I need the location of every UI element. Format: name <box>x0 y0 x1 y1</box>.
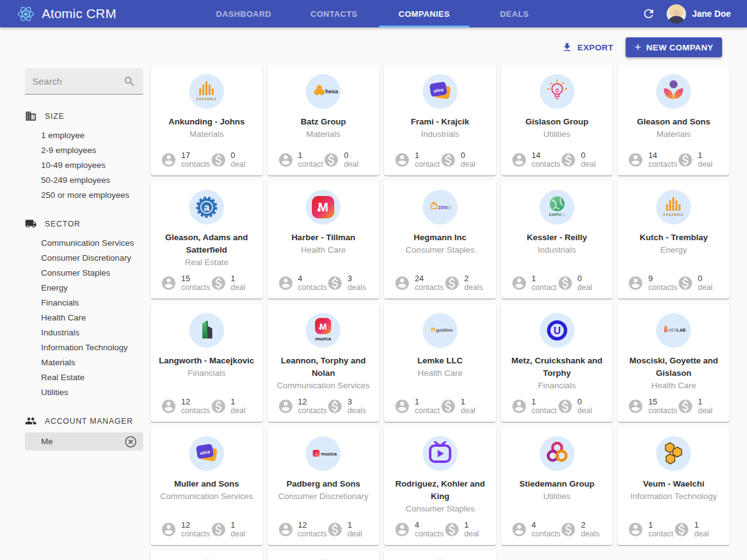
dollar-icon <box>444 521 460 538</box>
svg-text:EARTH2.0: EARTH2.0 <box>549 213 565 217</box>
contacts-label: contact <box>298 160 323 169</box>
sector-filter-consumer-discretionary[interactable]: Consumer Discretionary <box>25 250 143 265</box>
plus-icon: + <box>634 42 641 53</box>
sector-filter-consumer-staples[interactable]: Consumer Staples <box>25 265 143 280</box>
company-card[interactable]: { } <box>268 550 380 560</box>
contacts-count: 4 <box>415 520 444 530</box>
dollar-icon <box>677 398 693 414</box>
company-sector: Real Estate <box>185 256 228 269</box>
company-card[interactable]: atica Muller and Sons Communication Serv… <box>151 427 263 545</box>
company-logo: atica <box>423 74 458 109</box>
contacts-label: contacts <box>648 406 677 416</box>
company-name: Padberg and Sons <box>286 478 360 490</box>
sector-filter-financials[interactable]: Financials <box>25 295 143 310</box>
size-filter-250-or-more-employees[interactable]: 250 or more employees <box>25 187 143 202</box>
company-card[interactable]: Mmuzica Leannon, Torphy and Nolan Commun… <box>268 304 380 422</box>
size-filter-10-49-employees[interactable]: 10-49 employees <box>25 157 143 172</box>
contacts-stat: 15 contacts <box>161 274 210 292</box>
company-name: Muller and Sons <box>174 478 239 490</box>
remove-filter-button[interactable] <box>123 434 138 449</box>
company-card[interactable]: ggoldline Lemke LLC Health Care 1 contac… <box>384 304 496 422</box>
company-card[interactable]: Stiedemann Group Utilities 4 contacts 2 … <box>501 427 613 545</box>
dollar-icon <box>327 398 343 414</box>
deals-label: deals <box>464 283 483 292</box>
company-sector: Utilities <box>543 128 571 141</box>
person-icon <box>627 521 644 538</box>
tab-dashboard[interactable]: DASHBOARD <box>199 0 289 27</box>
contacts-label: contacts <box>181 283 210 292</box>
company-card[interactable]: ASGARDIA Kutch - Tremblay Energy 9 conta… <box>618 180 730 299</box>
size-filter-1-employee[interactable]: 1 employee <box>25 128 143 142</box>
deals-label: deal <box>347 530 362 539</box>
company-card[interactable]: ASGARDIA Ankunding - Johns Materials 17 … <box>151 65 263 175</box>
user-menu[interactable]: Jane Doe <box>667 4 731 24</box>
company-card[interactable]: a Gleason, Adams and Satterfield Real Es… <box>151 180 263 299</box>
company-card[interactable]: M Harber - Tillman Health Care 4 contact… <box>268 180 380 299</box>
tab-contacts[interactable]: CONTACTS <box>289 0 379 27</box>
company-name: Lemke LLC <box>418 355 463 367</box>
company-card-footer: 9 contacts 0 deal <box>622 269 725 294</box>
contacts-label: contacts <box>298 406 327 416</box>
deals-stat: 1 deal <box>677 397 720 416</box>
company-card[interactable] <box>151 550 263 560</box>
new-company-button[interactable]: + NEW COMPANY <box>626 37 722 57</box>
company-card[interactable]: Gislason Group Utilities 14 contacts 0 d… <box>501 65 613 175</box>
size-filter-2-9-employees[interactable]: 2-9 employees <box>25 142 143 157</box>
sector-filter-utilities[interactable]: Utilities <box>25 385 143 399</box>
account-manager-selected-filter[interactable]: Me <box>25 432 143 450</box>
search-input[interactable] <box>32 76 123 86</box>
company-name: Mosciski, Goyette and Gislason <box>624 355 723 380</box>
sector-filter-information-technology[interactable]: Information Technology <box>25 340 143 355</box>
svg-text:g: g <box>432 329 434 332</box>
company-card[interactable]: ♪muzica Padberg and Sons Consumer Discre… <box>268 427 380 545</box>
company-card[interactable]: atica Frami - Krajcik Industrials 1 cont… <box>384 65 496 175</box>
deals-count: 0 <box>461 151 476 160</box>
company-card[interactable]: zootv Hegmann Inc Consumer Staples 24 co… <box>384 180 496 299</box>
sector-filter-real-estate[interactable]: Real Estate <box>25 370 143 385</box>
dollar-icon <box>557 275 573 291</box>
company-card[interactable]: EARTH2.0 Kessler - Reilly Industrials 1 … <box>501 180 613 299</box>
size-filter-list: 1 employee2-9 employees10-49 employees50… <box>25 128 143 202</box>
contacts-stat: 17 contacts <box>161 151 210 169</box>
svg-text:♪: ♪ <box>315 451 317 457</box>
deals-label: deal <box>231 530 246 539</box>
refresh-button[interactable] <box>641 6 657 22</box>
contacts-stat: 12 contacts <box>278 520 327 539</box>
deals-count: 3 <box>347 274 366 283</box>
person-icon <box>627 398 644 414</box>
deals-count: 1 <box>698 151 713 160</box>
company-card-footer: 1 contact 0 deal <box>506 269 608 294</box>
company-card[interactable]: Rodriguez, Kohler and King Consumer Stap… <box>384 427 496 545</box>
company-card[interactable]: hexa Batz Group Materials 1 contact 0 de… <box>268 65 380 175</box>
company-card-footer: 12 contacts 1 deal <box>156 392 258 417</box>
user-avatar <box>667 4 686 24</box>
contacts-stat: 12 contacts <box>278 397 327 416</box>
export-button[interactable]: EXPORT <box>561 42 614 53</box>
tab-companies[interactable]: COMPANIES <box>379 0 469 27</box>
sector-filter-communication-services[interactable]: Communication Services <box>25 235 143 250</box>
sector-filter-energy[interactable]: Energy <box>25 280 143 295</box>
deals-label: deal <box>461 160 476 169</box>
navbar-right: Jane Doe <box>641 4 731 24</box>
sector-filter-industrials[interactable]: Industrials <box>25 325 143 340</box>
company-size-icon <box>25 110 37 122</box>
person-icon <box>278 152 294 168</box>
person-icon <box>278 521 294 538</box>
svg-text:ASGARDIA: ASGARDIA <box>196 98 217 101</box>
search-box[interactable] <box>25 68 143 95</box>
truck-icon <box>25 218 37 230</box>
dollar-icon <box>323 152 339 168</box>
company-card[interactable]: U Metz, Cruickshank and Torphy Financial… <box>501 304 613 422</box>
sector-filter-health-care[interactable]: Health Care <box>25 310 143 325</box>
company-card[interactable]: HEXLAB Mosciski, Goyette and Gislason He… <box>618 304 730 422</box>
company-card[interactable]: Veum - Waelchi Information Technology 1 … <box>618 427 730 545</box>
tab-deals[interactable]: DEALS <box>469 0 560 27</box>
sector-filter-materials[interactable]: Materials <box>25 355 143 370</box>
company-card[interactable]: Langworth - Macejkovic Financials 12 con… <box>151 304 263 422</box>
contacts-label: contacts <box>415 283 444 292</box>
size-filter-50-249-employees[interactable]: 50-249 employees <box>25 172 143 187</box>
company-card[interactable] <box>384 550 496 560</box>
company-card[interactable]: Gleason and Sons Materials 14 contacts 1… <box>618 65 730 175</box>
filter-section-account-manager: ACCOUNT MANAGER Me <box>25 415 143 450</box>
company-card-footer: 1 contact 1 deal <box>389 392 491 417</box>
